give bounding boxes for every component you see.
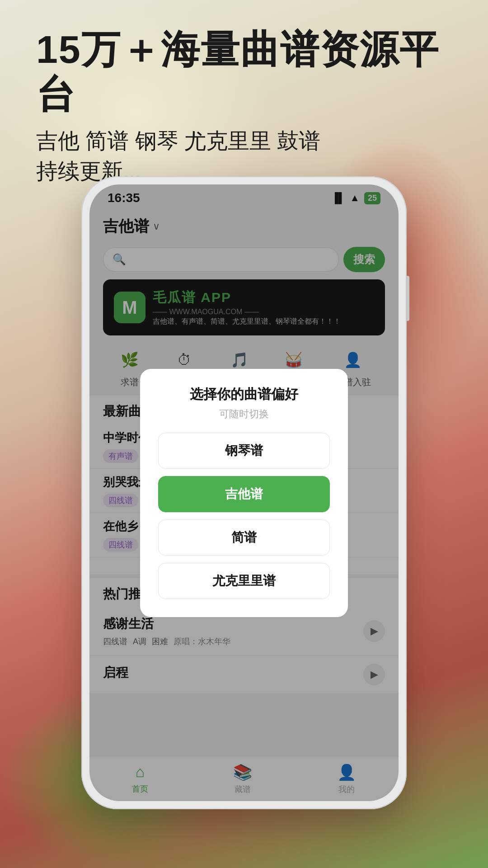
phone-screen: 16:35 ▐▌ ▲ 25 吉他谱 ∨ 🔍 搜索 (89, 184, 399, 801)
phone-frame: 16:35 ▐▌ ▲ 25 吉他谱 ∨ 🔍 搜索 (81, 176, 407, 809)
hero-section: 15万＋海量曲谱资源平台 吉他 简谱 钢琴 尤克里里 鼓谱 持续更新... (36, 27, 452, 186)
modal-subtitle: 可随时切换 (158, 407, 330, 421)
modal-title: 选择你的曲谱偏好 (158, 385, 330, 404)
phone-container: 16:35 ▐▌ ▲ 25 吉他谱 ∨ 🔍 搜索 (81, 176, 407, 809)
phone-side-button (406, 276, 409, 321)
modal-option-guitar[interactable]: 吉他谱 (158, 476, 330, 512)
hero-subtitle-line1: 吉他 简谱 钢琴 尤克里里 鼓谱 (36, 126, 452, 156)
modal-option-ukulele[interactable]: 尤克里里谱 (158, 563, 330, 599)
modal-overlay: 选择你的曲谱偏好 可随时切换 钢琴谱 吉他谱 简谱 尤克里里谱 (89, 184, 399, 801)
modal-option-simple[interactable]: 简谱 (158, 519, 330, 556)
modal-dialog: 选择你的曲谱偏好 可随时切换 钢琴谱 吉他谱 简谱 尤克里里谱 (140, 369, 348, 617)
hero-title: 15万＋海量曲谱资源平台 (36, 27, 452, 117)
modal-option-piano[interactable]: 钢琴谱 (158, 433, 330, 469)
